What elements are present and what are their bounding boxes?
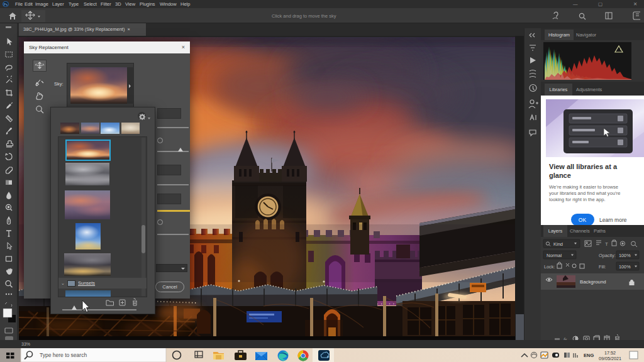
svg-text:09/05/2021: 09/05/2021: [599, 356, 621, 361]
svg-text:We’re making it easier to brow: We’re making it easier to browse: [549, 184, 618, 190]
svg-text:Click and drag to move the sky: Click and drag to move the sky: [272, 13, 336, 19]
svg-text:Fill:: Fill:: [599, 264, 606, 270]
svg-text:your libraries and find what y: your libraries and find what you’re: [549, 190, 621, 196]
svg-text:100%: 100%: [619, 264, 631, 270]
svg-text:glance: glance: [549, 172, 571, 179]
svg-text:ENG: ENG: [584, 353, 594, 358]
svg-text:Learn more: Learn more: [599, 217, 627, 223]
svg-text:T: T: [605, 241, 608, 247]
svg-text:Type here to search: Type here to search: [40, 352, 87, 358]
svg-text:OK: OK: [579, 217, 587, 223]
svg-text:looking for right in the app.: looking for right in the app.: [549, 197, 606, 202]
svg-text:Background: Background: [580, 279, 606, 285]
svg-text:Kind: Kind: [553, 241, 563, 247]
svg-text:Opacity:: Opacity:: [599, 253, 616, 258]
svg-text:Normal: Normal: [547, 253, 562, 258]
svg-text:17:52: 17:52: [604, 350, 616, 356]
svg-text:Lock:: Lock:: [544, 264, 555, 270]
svg-text:100%: 100%: [619, 253, 631, 258]
svg-text:View all libraries at a: View all libraries at a: [549, 163, 618, 170]
